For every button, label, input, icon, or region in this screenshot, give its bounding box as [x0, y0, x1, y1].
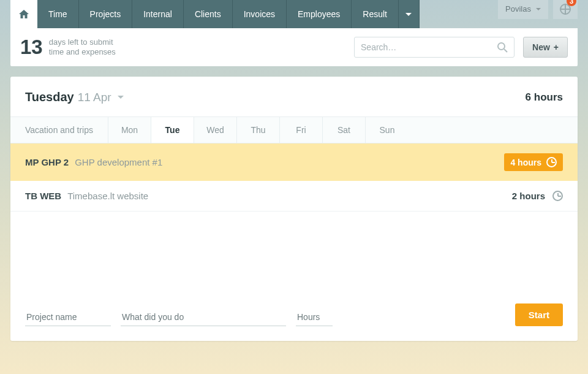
day-mon[interactable]: Mon	[108, 117, 151, 143]
time-entry[interactable]: MP GHP 2 GHP development #1 4 hours	[10, 143, 578, 181]
week-bar: Vacation and trips Mon Tue Wed Thu Fri S…	[10, 116, 578, 143]
chevron-down-icon	[405, 13, 412, 16]
tab-clients[interactable]: Clients	[184, 0, 233, 28]
hours-pill[interactable]: 4 hours	[504, 153, 563, 171]
clock-icon	[546, 157, 557, 167]
svg-line-1	[504, 49, 507, 52]
entry-desc: GHP development #1	[75, 157, 162, 167]
search-input[interactable]	[361, 42, 497, 52]
time-entry[interactable]: TB WEB Timebase.lt website 2 hours	[10, 181, 578, 212]
deadline-text: days left to submit time and expenses	[49, 37, 116, 58]
tab-result[interactable]: Result	[352, 0, 399, 28]
user-name: Povilas	[505, 4, 531, 13]
day-sun[interactable]: Sun	[366, 117, 409, 143]
day-title: Tuesday	[25, 90, 74, 104]
description-input[interactable]	[121, 308, 286, 326]
entry-code: MP GHP 2	[25, 157, 69, 167]
tab-time[interactable]: Time	[37, 0, 79, 28]
tab-employees[interactable]: Employees	[287, 0, 352, 28]
search-icon	[497, 42, 508, 53]
new-button[interactable]: New +	[523, 37, 568, 58]
plus-icon: +	[554, 42, 559, 52]
day-date: 11 Apr	[78, 91, 111, 104]
new-entry-form: Start	[10, 303, 578, 341]
start-button[interactable]: Start	[515, 303, 563, 326]
entry-code: TB WEB	[25, 191, 61, 201]
project-input[interactable]	[25, 308, 111, 326]
entry-desc: Timebase.lt website	[67, 191, 148, 201]
notifications-button[interactable]: 3	[553, 0, 578, 19]
vacation-tab[interactable]: Vacation and trips	[10, 117, 108, 143]
tab-more[interactable]	[399, 0, 420, 28]
clock-icon[interactable]	[552, 191, 563, 201]
hours-input[interactable]	[296, 308, 333, 326]
day-fri[interactable]: Fri	[280, 117, 323, 143]
tab-invoices[interactable]: Invoices	[233, 0, 287, 28]
deadline-count: 13	[20, 36, 43, 59]
tab-internal[interactable]: Internal	[132, 0, 184, 28]
day-tue[interactable]: Tue	[151, 117, 194, 143]
search-box[interactable]	[354, 37, 514, 58]
notification-badge: 3	[567, 0, 576, 6]
tab-home[interactable]	[10, 0, 37, 28]
home-icon	[19, 10, 29, 18]
day-total: 6 hours	[526, 91, 563, 104]
user-menu[interactable]: Povilas	[498, 0, 548, 19]
tab-projects[interactable]: Projects	[79, 0, 133, 28]
day-sat[interactable]: Sat	[323, 117, 366, 143]
date-picker-toggle[interactable]	[118, 96, 124, 99]
time-panel: Tuesday 11 Apr 6 hours Vacation and trip…	[10, 77, 578, 341]
day-wed[interactable]: Wed	[194, 117, 237, 143]
svg-point-0	[498, 43, 505, 50]
day-thu[interactable]: Thu	[237, 117, 280, 143]
main-nav: Time Projects Internal Clients Invoices …	[10, 0, 420, 28]
entry-hours: 2 hours	[512, 191, 545, 201]
chevron-down-icon	[536, 8, 541, 10]
